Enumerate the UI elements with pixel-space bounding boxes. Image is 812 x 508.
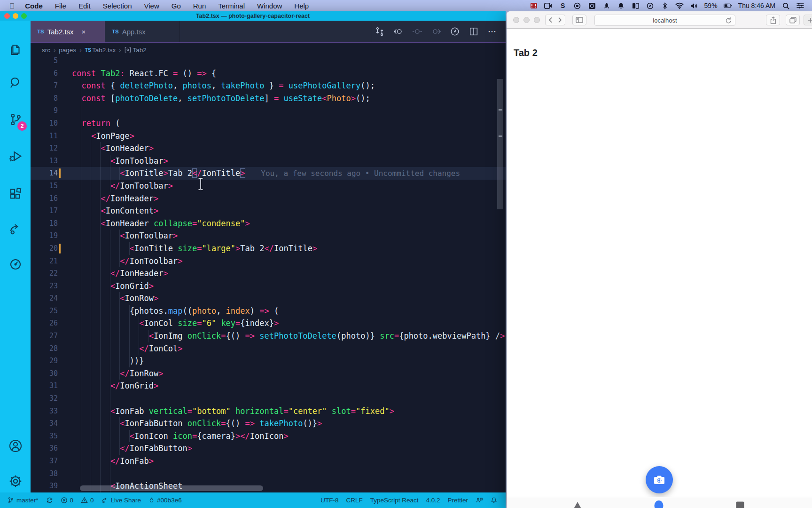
menu-item-window[interactable]: Window: [257, 2, 282, 10]
code-line-5[interactable]: 5: [31, 56, 506, 67]
close-tab-icon[interactable]: ×: [82, 28, 86, 36]
timeline-icon[interactable]: [446, 24, 463, 40]
code-line-24[interactable]: 24<IonRow>: [31, 292, 506, 305]
code-editor[interactable]: 56const Tab2: React.FC = () => {7const {…: [31, 56, 506, 494]
code-line-16[interactable]: 16</IonHeader>: [31, 192, 506, 205]
tab-tab-one[interactable]: Tab One: [549, 500, 606, 508]
breadcrumb-item-src[interactable]: src: [42, 47, 50, 54]
code-line-15[interactable]: 15</IonToolbar>: [31, 180, 506, 192]
record-icon[interactable]: [573, 2, 582, 9]
code-line-35[interactable]: 35<IonIcon icon={camera}></IonIcon>: [31, 430, 506, 443]
source-control-icon[interactable]: 2: [0, 107, 31, 132]
code-line-12[interactable]: 12<IonHeader>: [31, 142, 506, 155]
status-item-0[interactable]: 0: [77, 497, 98, 504]
compass-icon[interactable]: [646, 2, 655, 9]
status-item-4.0.2[interactable]: 4.0.2: [422, 497, 444, 504]
status-item-master-[interactable]: master*: [4, 497, 42, 504]
code-line-18[interactable]: 18<IonHeader collapse="condense">: [31, 217, 506, 230]
tab-overview-icon[interactable]: [786, 15, 800, 25]
status-item-feedback[interactable]: [472, 497, 487, 504]
close-window-button[interactable]: [4, 13, 10, 19]
previous-change-icon[interactable]: [390, 24, 407, 40]
bluetooth-icon[interactable]: [661, 2, 669, 9]
editor-tab-app.tsx[interactable]: TSApp.tsx: [105, 21, 180, 42]
extensions-icon[interactable]: [0, 182, 31, 206]
code-line-6[interactable]: 6const Tab2: React.FC = () => {: [31, 67, 506, 80]
status-item-live-share[interactable]: Live Share: [98, 497, 145, 504]
code-line-21[interactable]: 21</IonToolbar>: [31, 255, 506, 268]
apple-icon[interactable]: : [9, 2, 15, 10]
rocket-icon[interactable]: [602, 2, 611, 9]
back-button[interactable]: [545, 15, 555, 25]
breadcrumb[interactable]: src›pages›TSTab2.tsx›Tab2: [31, 43, 506, 56]
more-actions-icon[interactable]: ⋯: [484, 24, 501, 40]
forward-button[interactable]: [555, 15, 565, 25]
code-line-11[interactable]: 11<IonPage>: [31, 130, 506, 143]
zoom-window-button[interactable]: [534, 17, 540, 23]
code-line-33[interactable]: 33<IonFab vertical="bottom" horizontal="…: [31, 405, 506, 418]
notification-bell-icon[interactable]: [617, 2, 625, 9]
code-line-26[interactable]: 26<IonCol size="6" key={index}>: [31, 317, 506, 330]
vertical-scrollbar[interactable]: [497, 79, 503, 209]
code-line-10[interactable]: 10return (: [31, 117, 506, 130]
camera-fab-button[interactable]: [646, 466, 673, 493]
status-item-utf-8[interactable]: UTF-8: [317, 497, 342, 504]
horizontal-scrollbar[interactable]: [80, 485, 263, 491]
code-line-20[interactable]: 20<IonTitle size="large">Tab 2</IonTitle…: [31, 242, 506, 255]
status-item-0[interactable]: 0: [57, 497, 78, 504]
breadcrumb-item-tab2.tsx[interactable]: TSTab2.tsx: [85, 47, 116, 54]
code-line-36[interactable]: 36</IonFabButton>: [31, 442, 506, 455]
minimize-window-button[interactable]: [13, 13, 18, 19]
menu-item-edit[interactable]: Edit: [78, 2, 91, 10]
code-line-29[interactable]: 29))}: [31, 355, 506, 367]
menu-item-code[interactable]: Code: [25, 2, 43, 10]
code-line-38[interactable]: 38: [31, 468, 506, 480]
zoom-window-button[interactable]: [21, 13, 27, 19]
code-line-14[interactable]: 14<IonTitle>Tab 2</IonTitle>You, a few s…: [31, 167, 506, 180]
tab-tab-three[interactable]: Tab Three: [712, 500, 768, 508]
share-icon[interactable]: [766, 15, 780, 25]
status-item-crlf[interactable]: CRLF: [342, 497, 366, 504]
settings-gear-icon[interactable]: [0, 469, 31, 493]
wifi-icon[interactable]: [675, 2, 684, 9]
status-item-typescript-react[interactable]: TypeScript React: [367, 497, 422, 504]
menu-item-view[interactable]: View: [144, 2, 159, 10]
status-item-#00b3e6[interactable]: #00b3e6: [145, 497, 186, 504]
editor-tab-tab2.tsx[interactable]: TSTab2.tsx×: [31, 21, 105, 42]
menu-item-go[interactable]: Go: [172, 2, 181, 10]
code-line-8[interactable]: 8const [photoToDelete, setPhotoToDelete]…: [31, 92, 506, 105]
code-line-13[interactable]: 13<IonToolbar>: [31, 155, 506, 167]
code-line-23[interactable]: 23<IonGrid>: [31, 280, 506, 293]
search-icon[interactable]: [0, 71, 31, 95]
minimize-window-button[interactable]: [523, 17, 530, 23]
control-center-icon[interactable]: [796, 2, 804, 9]
run-debug-icon[interactable]: [0, 144, 31, 168]
code-line-27[interactable]: 27<IonImg onClick={() => setPhotoToDelet…: [31, 330, 506, 342]
code-line-28[interactable]: 28</IonCol>: [31, 342, 506, 355]
code-line-32[interactable]: 32: [31, 392, 506, 405]
split-view-icon[interactable]: [632, 2, 640, 9]
reload-icon[interactable]: [726, 17, 732, 25]
breadcrumb-item-pages[interactable]: pages: [59, 47, 76, 54]
breadcrumb-item-tab2[interactable]: Tab2: [125, 47, 147, 54]
screen-capture-icon[interactable]: [588, 2, 596, 9]
tab-tab-two[interactable]: Tab Two: [631, 500, 687, 508]
menu-item-help[interactable]: Help: [294, 2, 309, 10]
open-changes-icon[interactable]: [371, 24, 388, 40]
code-line-31[interactable]: 31</IonGrid>: [31, 380, 506, 392]
split-editor-icon[interactable]: [465, 24, 482, 40]
spotlight-search-icon[interactable]: [781, 2, 790, 9]
history-icon[interactable]: [0, 252, 31, 277]
code-line-22[interactable]: 22</IonHeader>: [31, 267, 506, 280]
address-bar[interactable]: localhost: [594, 15, 735, 26]
code-line-19[interactable]: 19<IonToolbar>: [31, 230, 506, 242]
code-line-7[interactable]: 7const { deletePhoto, photos, takePhoto …: [31, 79, 506, 92]
menu-item-run[interactable]: Run: [193, 2, 206, 10]
code-line-9[interactable]: 9: [31, 104, 506, 117]
film-icon[interactable]: [530, 2, 538, 9]
code-line-25[interactable]: 25{photos.map((photo, index) => (: [31, 305, 506, 318]
status-item-bell[interactable]: [487, 497, 501, 504]
code-line-34[interactable]: 34<IonFabButton onClick={() => takePhoto…: [31, 417, 506, 430]
volume-icon[interactable]: [690, 2, 698, 9]
code-line-30[interactable]: 30</IonRow>: [31, 367, 506, 380]
